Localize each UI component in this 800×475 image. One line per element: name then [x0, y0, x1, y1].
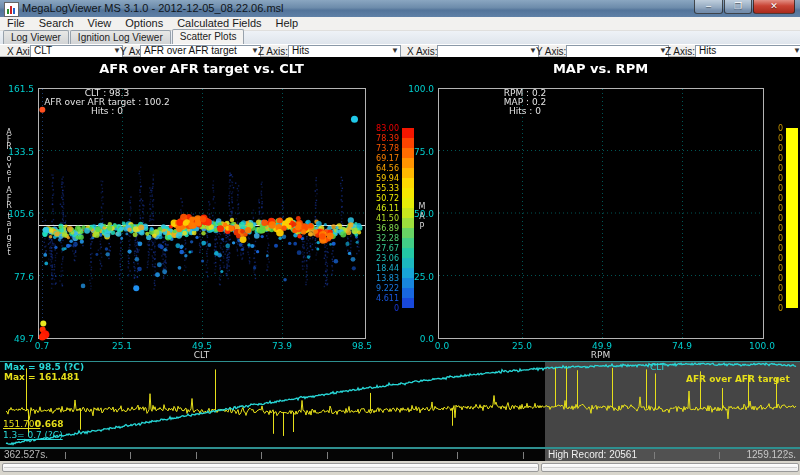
axis-combo-value-2: Hits	[292, 45, 309, 56]
left-chart-title: AFR over AFR target vs. CLT	[38, 61, 365, 76]
colorbar-segment	[402, 158, 414, 168]
axis-toolbar: X Axis:CLT▼Y Axis:AFR over AFR target▼Z …	[0, 44, 800, 57]
colorbar-tick: 0	[766, 284, 783, 293]
menu-item-view[interactable]: View	[81, 17, 119, 30]
colorbar-tick: 0	[766, 154, 783, 163]
menu-item-file[interactable]: File	[0, 17, 32, 30]
right-chart-title: MAP vs. RPM	[438, 61, 763, 76]
colorbar-tick: 59.94	[368, 174, 399, 183]
colorbar-tick: 0	[766, 164, 783, 173]
minimize-button[interactable]: –	[694, 0, 723, 14]
colorbar-tick: 0	[766, 124, 783, 133]
colorbar-tick: 0	[766, 234, 783, 243]
right-chart-readout: RPM : 0.2MAP : 0.2Hits : 0	[470, 89, 580, 116]
colorbar-segment	[402, 298, 414, 308]
timeline-canvas[interactable]	[0, 361, 800, 448]
colorbar-tick: 0	[766, 204, 783, 213]
high-record-label: High Record: 20561	[548, 449, 637, 461]
colorbar-tick: 64.56	[368, 164, 399, 173]
tab-scatter-plots[interactable]: Scatter Plots	[172, 29, 245, 44]
y-axis-label-char: r	[3, 176, 15, 183]
tab-bar: Log ViewerIgnition Log ViewerScatter Plo…	[0, 31, 800, 44]
menu-item-search[interactable]: Search	[32, 17, 81, 30]
colorbar-tick: 0	[766, 194, 783, 203]
axis-label-3: X Axis:	[407, 46, 438, 57]
colorbar-tick: 0	[766, 264, 783, 273]
maximize-button[interactable]: ❐	[724, 0, 752, 14]
readout-line: Hits : 0	[42, 107, 172, 116]
clt-min-label: = 0.7 (?C)	[17, 430, 63, 440]
colorbar-tick: 0	[766, 214, 783, 223]
colorbar-tick: 73.78	[368, 144, 399, 153]
menu-item-help[interactable]: Help	[269, 17, 306, 30]
colorbar-tick: 69.17	[368, 154, 399, 163]
scrollbar-thumb-left[interactable]	[2, 463, 539, 472]
colorbar-segment	[402, 188, 414, 198]
y-tick: 161.5	[6, 84, 34, 94]
clt-min-prefix: 1.3	[3, 430, 17, 440]
clt-series-label: CLT	[650, 362, 666, 372]
colorbar-tick: 0	[766, 134, 783, 143]
chevron-down-icon: ▼	[793, 46, 800, 56]
status-bar: 362.527s. High Record: 20561 1259.122s.	[0, 448, 800, 461]
right-x-axis-label: RPM	[438, 350, 763, 360]
status-tick	[784, 452, 785, 459]
left-x-axis-label: CLT	[38, 350, 365, 360]
left-y-axis-label: AFRoverAFRtarget	[3, 129, 15, 256]
colorbar-tick: 32.28	[368, 234, 399, 243]
y-axis-label-char: R	[3, 202, 15, 209]
colorbar-segment	[402, 268, 414, 278]
colorbar-tick: 0	[766, 304, 783, 313]
axis-combo-value-0: CLT	[34, 45, 52, 56]
colorbar-tick: 83.00	[368, 124, 399, 133]
chevron-down-icon: ▼	[391, 46, 399, 56]
app-icon	[4, 2, 19, 17]
status-tick	[392, 452, 393, 459]
tab-log-viewer[interactable]: Log Viewer	[3, 30, 69, 44]
colorbar-bar	[786, 128, 798, 308]
menu-bar: FileSearchViewOptionsCalculated FieldsHe…	[0, 17, 800, 31]
status-tick	[457, 452, 458, 459]
axis-label-5: Z Axis:	[665, 46, 695, 57]
colorbar-tick: 0	[766, 174, 783, 183]
colorbar-tick: 4.611	[368, 294, 399, 303]
axis-label-2: Z Axis:	[258, 46, 288, 57]
colorbar-segment	[402, 248, 414, 258]
colorbar-tick: 50.72	[368, 194, 399, 203]
colorbar-segment	[402, 138, 414, 148]
total-time: 1259.122s.	[747, 449, 797, 461]
colorbar-segment	[402, 198, 414, 208]
y-axis-label-char: P	[416, 223, 428, 233]
left-chart-readout: CLT : 98.3AFR over AFR target : 100.2Hit…	[42, 89, 172, 116]
afr-series-label: AFR over AFR target	[686, 374, 790, 384]
close-button[interactable]: ✕	[753, 0, 795, 14]
status-tick	[261, 452, 262, 459]
window-title: MegaLogViewer MS 3.1.0 - 2012-12-05_08.2…	[22, 2, 284, 14]
scrollbar-thumb-right[interactable]	[541, 463, 799, 472]
colorbar-tick: 0	[766, 294, 783, 303]
afr-max-label: Max = 161.481	[4, 372, 80, 382]
colorbar-tick: 0	[766, 184, 783, 193]
colorbar-tick: 41.50	[368, 214, 399, 223]
afr-min-value: 0.668	[35, 419, 63, 429]
colorbar-tick: 0	[368, 304, 399, 313]
colorbar-tick: 18.44	[368, 264, 399, 273]
tab-ignition-log-viewer[interactable]: Ignition Log Viewer	[70, 30, 171, 44]
status-tick	[654, 452, 655, 459]
right-y-axis-label: MAP	[416, 203, 428, 233]
window-buttons: – ❐ ✕	[693, 0, 795, 14]
colorbar-tick: 0	[766, 244, 783, 253]
colorbar-tick: 0	[766, 224, 783, 233]
colorbar-segment	[402, 278, 414, 288]
colorbar-tick: 36.89	[368, 224, 399, 233]
status-tick	[196, 452, 197, 459]
colorbar-tick: 0	[766, 254, 783, 263]
status-tick	[65, 452, 66, 459]
colorbar-tick: 13.83	[368, 274, 399, 283]
title-bar: MegaLogViewer MS 3.1.0 - 2012-12-05_08.2…	[0, 0, 800, 17]
clt-max-label: Max = 98.5 (?C)	[4, 362, 84, 372]
menu-item-options[interactable]: Options	[118, 17, 170, 30]
axis-combo-value-1: AFR over AFR target	[144, 45, 237, 56]
status-tick	[130, 452, 131, 459]
colorbar-segment	[402, 238, 414, 248]
